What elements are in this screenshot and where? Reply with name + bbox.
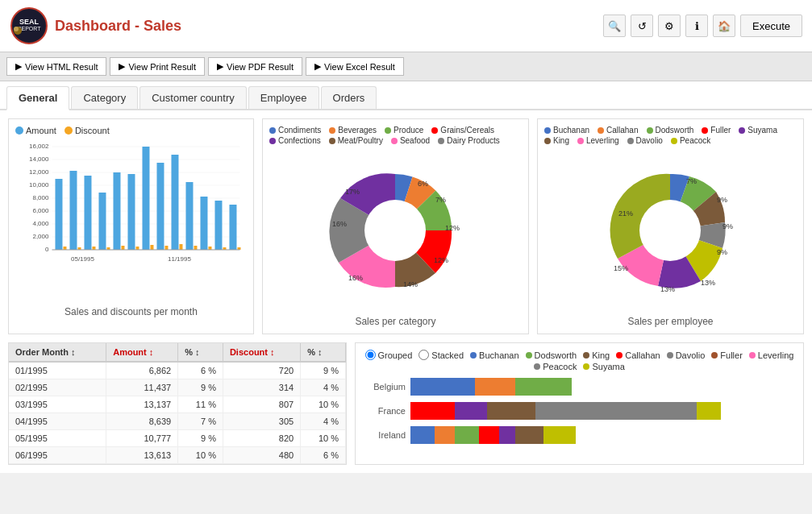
home-btn[interactable]: 🏠 <box>713 15 735 37</box>
cell-amount: 11,437 <box>106 379 178 396</box>
svg-text:6%: 6% <box>418 180 428 188</box>
amount-label: Amount <box>26 126 56 135</box>
radio-grouped[interactable]: Grouped <box>365 350 413 360</box>
svg-rect-42 <box>194 246 197 250</box>
tab-orders[interactable]: Orders <box>321 86 377 109</box>
cell-amount: 13,613 <box>106 447 178 464</box>
h-bar-segment <box>697 402 721 420</box>
svg-text:12%: 12% <box>434 256 448 264</box>
svg-rect-37 <box>156 163 164 250</box>
cell-month: 04/1995 <box>9 413 106 430</box>
h-bar-container <box>410 378 797 396</box>
toolbar: ▶ View HTML Result ▶ View Print Result ▶… <box>0 52 812 81</box>
view-pdf-btn[interactable]: ▶ View PDF Result <box>208 57 302 76</box>
cell-pct1: 6 % <box>178 362 223 379</box>
h-bar-segment <box>455 426 479 444</box>
col-pct2[interactable]: % ↕ <box>301 343 346 362</box>
view-print-btn[interactable]: ▶ View Print Result <box>110 57 205 76</box>
svg-rect-36 <box>150 245 153 250</box>
discount-dot <box>65 126 73 135</box>
svg-text:15%: 15% <box>614 264 628 272</box>
tab-category[interactable]: Category <box>71 86 138 109</box>
svg-text:4,000: 4,000 <box>32 220 49 227</box>
execute-button[interactable]: Execute <box>740 15 802 37</box>
settings-btn[interactable]: ⚙ <box>658 15 681 37</box>
svg-text:9%: 9% <box>722 222 733 230</box>
cell-pct2: 9 % <box>301 362 346 379</box>
discount-label: Discount <box>75 126 110 135</box>
bottom-row: Order Month ↕ Amount ↕ % ↕ Discount ↕ % … <box>8 342 804 465</box>
cell-pct2: 4 % <box>301 413 346 430</box>
legend-dairy: Dairy Products <box>438 136 500 145</box>
table-row: 06/1995 13,613 10 % 480 6 % <box>9 447 346 464</box>
cell-pct1: 10 % <box>178 447 223 464</box>
radio-stacked[interactable]: Stacked <box>418 350 464 360</box>
col-discount[interactable]: Discount ↕ <box>223 343 300 362</box>
svg-rect-39 <box>171 155 178 250</box>
cell-amount: 8,639 <box>106 413 178 430</box>
tab-general[interactable]: General <box>6 86 69 110</box>
category-legend: Condiments Beverages Produce Grains/Cere… <box>269 126 522 145</box>
h-bar-segment <box>487 402 535 420</box>
search-btn[interactable]: 🔍 <box>603 15 626 37</box>
svg-text:10,000: 10,000 <box>29 181 49 189</box>
h-bar-container <box>410 426 797 444</box>
dairy-label: Dairy Products <box>447 136 500 145</box>
view-excel-btn[interactable]: ▶ View Excel Result <box>306 57 404 76</box>
h-bar-segment <box>435 426 455 444</box>
logo: SEAL REPORT Dashboard - Sales <box>10 6 181 45</box>
amount-dot <box>15 126 23 135</box>
grains-label: Grains/Cereals <box>440 126 494 135</box>
h-bar-label: France <box>362 406 410 416</box>
svg-text:16%: 16% <box>348 274 363 282</box>
cell-discount: 314 <box>223 379 300 396</box>
cell-pct2: 10 % <box>301 396 346 413</box>
svg-text:13%: 13% <box>660 285 675 293</box>
cell-amount: 10,777 <box>106 430 178 447</box>
info-btn[interactable]: ℹ <box>685 15 708 37</box>
cell-discount: 807 <box>223 396 300 413</box>
view-html-btn[interactable]: ▶ View HTML Result <box>6 57 106 76</box>
bar-chart-title: Sales and discounts per month <box>15 306 247 317</box>
header: SEAL REPORT Dashboard - Sales 🔍 ↺ ⚙ ℹ 🏠 … <box>0 0 812 52</box>
app-title: Dashboard - Sales <box>55 18 181 35</box>
h-bar-segment <box>479 426 499 444</box>
legend-meat: Meat/Poultry <box>329 136 383 145</box>
legend-amount: Amount <box>15 126 56 135</box>
employee-chart-panel: Buchanan Callahan Dodsworth Fuller Suyam… <box>537 118 804 334</box>
h-bar-row: Belgium <box>362 378 797 396</box>
col-amount[interactable]: Amount ↕ <box>106 343 178 362</box>
cell-month: 06/1995 <box>9 447 106 464</box>
svg-rect-27 <box>84 176 91 250</box>
svg-rect-28 <box>92 247 95 250</box>
h-bar-segment <box>410 426 435 444</box>
h-bar-segment <box>515 426 543 444</box>
svg-text:14,000: 14,000 <box>29 155 49 163</box>
meat-label: Meat/Poultry <box>338 136 383 145</box>
svg-rect-43 <box>200 197 207 250</box>
svg-text:05/1995: 05/1995 <box>71 255 94 263</box>
h-bar-segment <box>455 402 487 420</box>
cell-month: 03/1995 <box>9 396 106 413</box>
svg-text:8,000: 8,000 <box>32 194 49 201</box>
legend-confections: Confections <box>269 136 321 145</box>
svg-rect-47 <box>229 205 236 250</box>
refresh-btn[interactable]: ↺ <box>631 15 653 37</box>
svg-text:SEAL: SEAL <box>19 18 40 26</box>
right-panel: Grouped Stacked Buchanan Dodsworth King <box>355 342 804 465</box>
cell-discount: 820 <box>223 430 300 447</box>
svg-point-52 <box>364 200 426 261</box>
svg-text:7%: 7% <box>686 177 697 185</box>
table-row: 03/1995 13,137 11 % 807 10 % <box>9 396 346 413</box>
col-pct1[interactable]: % ↕ <box>178 343 223 362</box>
svg-rect-25 <box>69 171 77 250</box>
cell-month: 02/1995 <box>9 379 106 396</box>
h-bar-segment <box>535 402 697 420</box>
cell-pct1: 9 % <box>178 379 223 396</box>
col-order-month[interactable]: Order Month ↕ <box>9 343 106 362</box>
svg-rect-40 <box>179 244 182 250</box>
tab-employee[interactable]: Employee <box>248 86 319 109</box>
tab-customer-country[interactable]: Customer country <box>139 86 247 109</box>
svg-text:21%: 21% <box>618 209 633 218</box>
employee-chart-title: Sales per employee <box>544 316 797 327</box>
